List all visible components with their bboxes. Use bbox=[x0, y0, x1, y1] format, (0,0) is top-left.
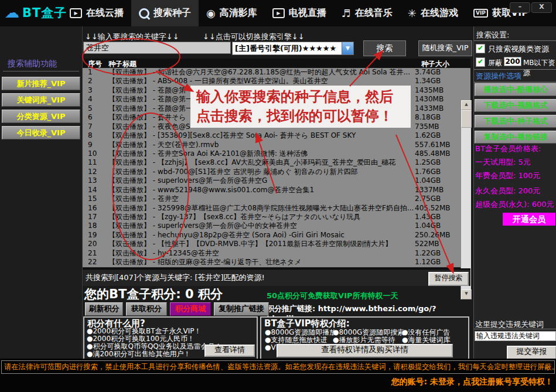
table-row[interactable]: 15【双击播放】 - 苍井空2.75GB bbox=[83, 195, 470, 203]
row-number: 13 bbox=[83, 176, 108, 185]
row-size: 1.25GB bbox=[415, 158, 441, 167]
table-row[interactable]: 9【双击播放】 - 天空(苍井空).rmvb557.61MB bbox=[83, 141, 470, 149]
scroll-down-icon[interactable]: ▼ bbox=[461, 289, 472, 299]
open-vip-button[interactable]: 开通会员 bbox=[503, 213, 555, 226]
table-row[interactable]: 14【双击播放】 - www521948@www.sis001.com@苍井空合… bbox=[83, 186, 470, 195]
row-title: 【双击播放】 - 苍井空 bbox=[108, 195, 415, 203]
vip-price-header: BT盒子会员价格表: bbox=[475, 144, 541, 154]
main-area: ↓↓输入要搜索的关键字↓↓ ↓↓点击可以切换搜索引擎↓↓ [主]番号引擎(可用)… bbox=[83, 26, 473, 359]
table-row[interactable]: 13【双击播放】 - superlovers@第一会所@苍井空G1.04GB bbox=[83, 176, 470, 185]
tab-online-music[interactable]: ♬在线音乐 bbox=[334, 0, 400, 26]
sidebar-item-3[interactable]: 分类资源_VIP bbox=[2, 110, 80, 123]
block-size-checkbox[interactable]: ✔ bbox=[476, 57, 485, 67]
points-button-4[interactable]: 复制推广链接 bbox=[214, 302, 269, 316]
close-button[interactable]: X bbox=[531, 2, 552, 13]
table-header: 序号 种子标题 种子大小 bbox=[83, 59, 470, 68]
points-button-1[interactable]: 刷新积分 bbox=[85, 302, 123, 316]
search-keyword-input[interactable] bbox=[83, 42, 231, 54]
scrollbar-thumb[interactable] bbox=[461, 110, 472, 128]
tab-label: 电视直播 bbox=[289, 7, 326, 19]
search-settings-header: 搜索设置: bbox=[476, 30, 509, 40]
right-sidebar: 搜索设置: ✔ 只搜索视频类资源 ✔ 屏蔽 MB以下资源 资源操作选项 播放选中… bbox=[473, 26, 556, 359]
row-number: 5 bbox=[83, 104, 108, 113]
table-row[interactable]: 16【双击播放】 - 325998@草榴社區@广工大08商学院陈佳性视频曝光+大… bbox=[83, 204, 470, 213]
cloud-icon: ☁ bbox=[5, 4, 19, 22]
table-row[interactable]: 11【双击播放】 - 【zzhjsj】【sex8.cc】AV大乱交麻美由真_小泽… bbox=[83, 158, 470, 167]
tab-label: 在线音乐 bbox=[355, 7, 393, 19]
op-button-1[interactable]: 播放选中-酷播核心 bbox=[475, 83, 556, 96]
tab-online-games[interactable]: ✳在线游戏 bbox=[400, 0, 466, 26]
play-box-icon: ▶ bbox=[272, 8, 285, 18]
row-number: 18 bbox=[83, 221, 108, 230]
row-size: 557.61MB bbox=[415, 141, 451, 149]
row-number: 16 bbox=[83, 204, 108, 213]
row-title: 【双击播放】 - hechunyu@18p2p@苍井空 (Sora Aoi) -… bbox=[108, 231, 415, 240]
table-row[interactable]: 8【双击播放】 - [353809][Sex8.cc]苍井空 Sora Aoi-… bbox=[83, 131, 470, 140]
video-only-checkbox[interactable]: ✔ bbox=[476, 44, 485, 53]
points-button-3[interactable]: 积分商城 bbox=[170, 302, 211, 316]
points-detail-button[interactable]: 查看详情 bbox=[204, 345, 255, 357]
row-number: 8 bbox=[83, 131, 108, 140]
row-size: 1.22GB bbox=[415, 249, 441, 258]
magnifier-icon bbox=[139, 8, 149, 19]
video-only-label: 只搜索视频类资源 bbox=[488, 44, 549, 54]
row-number: 20 bbox=[83, 240, 108, 248]
row-title: 【双击播放】 - wbd-700@[S1]苍井空 吉沢明步 藤浦めぐ 初音みのり… bbox=[108, 168, 415, 176]
legal-notice: 请在法律许可范围内进行搜索，禁止使用本工具进行分享和传播色情、盗版等违法资源。如… bbox=[1, 360, 555, 374]
vip-detail-button[interactable]: 查看特权详情及购买详情 bbox=[277, 344, 453, 357]
row-title: 【双击播放】 - 苍井空Sora Aoi KA-2101@新浪微博: 送种活佛 bbox=[108, 149, 415, 158]
tab-search-torrent[interactable]: 搜索种子 bbox=[131, 0, 199, 26]
sidebar-item-4[interactable]: 今日收录_VIP bbox=[2, 126, 80, 139]
table-row[interactable]: 20【双击播放】 - 【性躯干】【DVD-RMVB.中字】【2011最新日本苍井… bbox=[83, 240, 470, 248]
row-number: 22 bbox=[83, 258, 108, 267]
row-number: 15 bbox=[83, 195, 108, 203]
sidebar-item-2[interactable]: 关键词库_VIP bbox=[2, 93, 80, 107]
table-row[interactable]: 19【双击播放】 - hechunyu@18p2p@苍井空 (Sora Aoi)… bbox=[83, 231, 470, 240]
row-title: 【双击播放】 - [353809][Sex8.cc]苍井空 Sora Aoi- … bbox=[108, 131, 415, 140]
annotation-line1: 输入你要搜索的种子信息，然后 bbox=[196, 87, 411, 106]
row-size: 1433MB bbox=[415, 104, 444, 113]
row-title: 【双击播放】 - 【zgy-137】【sex8.cc】苍井空~そらはアナタのいい… bbox=[108, 213, 415, 221]
op-button-3[interactable]: 下载选中-种子格式 bbox=[475, 115, 556, 128]
table-row[interactable]: 21【双击播放】 - hy-12345@苍井空1.22GB bbox=[83, 249, 470, 258]
table-row[interactable]: 10【双击播放】 - 苍井空Sora Aoi KA-2101@新浪微博: 送种活… bbox=[83, 149, 470, 158]
pause-search-button[interactable]: 暂停搜索 bbox=[428, 272, 469, 286]
row-title: 【双击播放】 - 和谐社会@六月天空@67.228.81.185@红热一时的超人… bbox=[108, 68, 415, 77]
random-search-vip-button[interactable]: 随机搜索_VIP bbox=[418, 40, 472, 56]
report-keyword-input[interactable] bbox=[475, 331, 556, 341]
engine-dropdown[interactable]: [主]番号引擎(可用)★★★★★ ▼ bbox=[232, 42, 354, 55]
pinwheel-icon: ✳ bbox=[408, 8, 417, 19]
row-title: 【双击播放】 - 【zzhjsj】【sex8.cc】AV大乱交麻美由真_小泽玛莉… bbox=[108, 158, 415, 167]
titlebar: ☁ BT盒子 ▶在线云播搜索种子◉高清影库▶电视直播♬在线音乐✳在线游戏VIP获… bbox=[0, 0, 556, 26]
table-row[interactable]: 18【双击播放】 - superlovers@第一会所@心中的女神苍井空1.04… bbox=[83, 221, 470, 230]
op-button-4[interactable]: 复制选中-播放链接 bbox=[475, 131, 556, 144]
op-button-2[interactable]: 下载选中-视频格式 bbox=[475, 99, 556, 112]
row-title: 【双击播放】 - 【性躯干】【DVD-RMVB.中字】【2011最新日本苍井空限… bbox=[108, 240, 415, 248]
table-row[interactable]: 1【双击播放】 - 和谐社会@六月天空@67.228.81.185@红热一时的超… bbox=[83, 68, 470, 77]
tab-hd-library[interactable]: ◉高清影库 bbox=[199, 0, 265, 26]
sidebar-item-1[interactable]: 新片推荐_VIP bbox=[2, 77, 80, 90]
row-title: 【双击播放】 - superlovers@第一会所@心中的女神苍井空 bbox=[108, 221, 415, 230]
points-button-2[interactable]: 获取积分 bbox=[126, 302, 167, 316]
scroll-up-icon[interactable]: ▲ bbox=[461, 100, 472, 110]
tab-label: 在线云播 bbox=[86, 7, 124, 19]
search-button[interactable]: 搜索 bbox=[363, 40, 406, 56]
row-title: 【双击播放】 - hy-12345@苍井空 bbox=[108, 249, 415, 258]
row-size: 1.04GB bbox=[415, 221, 441, 230]
table-row[interactable]: 12【双击播放】 - wbd-700@[S1]苍井空 吉沢明步 藤浦めぐ 初音み… bbox=[83, 168, 470, 176]
minimize-button[interactable]: – bbox=[510, 2, 530, 13]
table-row[interactable]: 2【双击播放】 - ABS-008 - 一日操所有类型W苍井空深山。美山苍井空1… bbox=[83, 77, 470, 86]
submit-report-button[interactable]: 提交举报 bbox=[507, 346, 556, 360]
table-row[interactable]: 22【双击播放】 - 绍版的亚麻@苍井空-编り返导干、壮绝ネタメ1.12GB bbox=[83, 258, 470, 267]
account-status-link[interactable]: 您的账号: 未登录，点我注册账号享受特权！ bbox=[391, 377, 553, 387]
resource-ops-header[interactable]: 资源操作选项 bbox=[476, 71, 521, 81]
keyword-hint-label: ↓↓输入要搜索的关键字↓↓ bbox=[85, 32, 179, 42]
chevron-down-icon[interactable]: ▼ bbox=[342, 42, 353, 54]
row-number: 11 bbox=[83, 158, 108, 167]
block-size-input[interactable] bbox=[504, 57, 521, 66]
tab-tv-live[interactable]: ▶电视直播 bbox=[265, 0, 334, 26]
table-row[interactable]: 17【双击播放】 - 【zgy-137】【sex8.cc】苍井空~そらはアナタの… bbox=[83, 213, 470, 221]
tab-online-cloud-play[interactable]: ▶在线云播 bbox=[62, 0, 131, 26]
vip-info-box: BT盒子VIP特权介绍: ●8000G资源随即播放●8000G资源随即搜索●没有… bbox=[260, 316, 469, 360]
play-box-icon: ▶ bbox=[70, 8, 82, 18]
